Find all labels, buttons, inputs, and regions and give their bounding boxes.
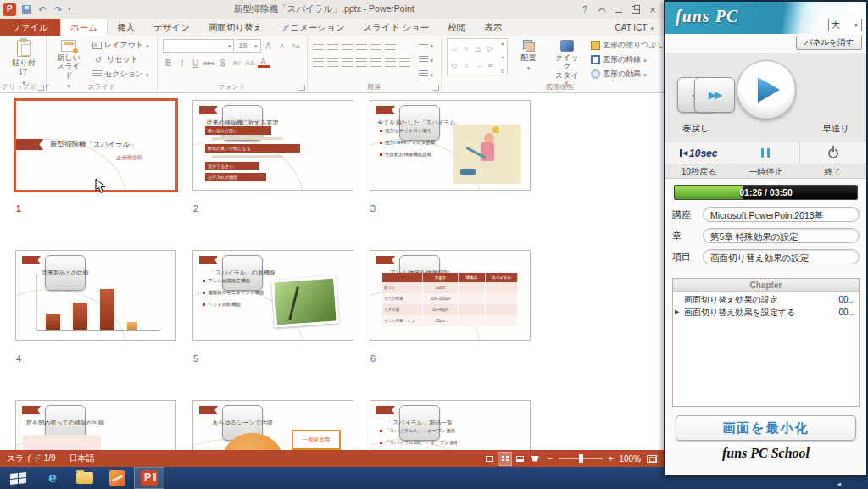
paragraph-icon[interactable]	[313, 42, 324, 51]
font-name-select[interactable]	[163, 39, 234, 53]
slide-thumbnail-2[interactable]: 従来の掃除機に対する要望吸い込みが悪い排気の臭いが気になる音がうるさいお手入れが…	[192, 100, 353, 191]
shape-glyph-icon[interactable]: △	[476, 45, 481, 53]
account-name[interactable]: CAT ICT	[615, 19, 664, 36]
clear-format-icon[interactable]	[290, 40, 302, 53]
paragraph-icon[interactable]	[399, 58, 410, 68]
font-color-icon[interactable]	[258, 58, 270, 68]
tab-校閲[interactable]: 校閲	[438, 19, 475, 36]
slide-sorter-view-icon[interactable]	[498, 453, 511, 465]
char-spacing-icon[interactable]	[231, 57, 242, 69]
tab-挿入[interactable]: 挿入	[108, 19, 144, 36]
qat-dropdown-icon[interactable]: ▾	[68, 6, 71, 13]
paragraph-icon[interactable]	[356, 58, 367, 68]
paragraph-icon[interactable]	[385, 42, 396, 51]
pause-button[interactable]	[732, 142, 798, 164]
zoom-slider-thumb[interactable]	[579, 454, 583, 463]
tab-ファイル[interactable]: ファイル	[0, 19, 60, 36]
chapter-row[interactable]: 画面切り替え効果の設定00...	[673, 293, 859, 306]
underline-icon[interactable]	[190, 57, 202, 69]
font-size-select[interactable]: 18	[236, 39, 261, 53]
paragraph-icon[interactable]	[356, 42, 367, 51]
minimize-screen-button[interactable]: 画面を最小化	[676, 415, 856, 441]
paragraph-icon[interactable]	[327, 42, 338, 51]
tab-ホーム[interactable]: ホーム	[60, 19, 108, 36]
app-taskbar-button[interactable]	[102, 467, 132, 489]
normal-view-icon[interactable]	[483, 453, 496, 465]
dialog-launcher-icon[interactable]	[38, 85, 44, 91]
tab-画面切り替え[interactable]: 画面切り替え	[199, 19, 272, 36]
strikethrough-icon[interactable]	[203, 57, 215, 69]
shape-glyph-icon[interactable]: ▷	[487, 45, 492, 53]
paragraph-icon[interactable]	[313, 58, 324, 68]
powerpoint-app-icon[interactable]	[3, 3, 16, 16]
hide-panel-button[interactable]: パネルを消す	[796, 36, 862, 50]
restore-icon[interactable]	[628, 3, 643, 16]
redo-icon[interactable]	[52, 3, 64, 16]
bold-icon[interactable]	[163, 57, 175, 69]
paragraph-icon[interactable]	[385, 58, 396, 68]
shapes-gallery[interactable]: □○△▷◇☆→∞ ▴▾≡	[447, 38, 507, 75]
shape-glyph-icon[interactable]: ◇	[452, 62, 457, 69]
paragraph-icon[interactable]	[342, 42, 353, 51]
paragraph-icon[interactable]	[370, 58, 381, 68]
zoom-level[interactable]: 100%	[619, 454, 641, 464]
paste-button[interactable]: 貼り付け	[7, 38, 41, 88]
zoom-out-icon[interactable]	[548, 454, 553, 464]
chapter-row[interactable]: 画面切り替え効果を設定する00...	[673, 306, 859, 319]
language-indicator[interactable]: 日本語	[70, 453, 95, 464]
save-icon[interactable]	[19, 3, 32, 16]
size-select[interactable]: 大	[828, 19, 862, 31]
zoom-in-icon[interactable]	[609, 454, 614, 464]
slide-thumbnail-6[interactable]: アレル物質を徹底抑制大きさ従来品スパイラル粉ゴミ20μmダニの死骸100~300…	[370, 250, 531, 341]
forward-button[interactable]	[694, 77, 735, 113]
minimize-icon[interactable]	[611, 3, 626, 16]
tab-スライド ショー[interactable]: スライド ショー	[353, 19, 438, 36]
gallery-scroll-icons[interactable]: ▴▾≡	[498, 39, 507, 75]
layout-button[interactable]: レイアウト	[90, 38, 152, 53]
italic-icon[interactable]	[176, 57, 188, 69]
shape-effects-button[interactable]: 図形の効果	[588, 67, 673, 81]
start-button[interactable]	[0, 467, 36, 489]
paragraph-icon[interactable]	[370, 42, 381, 51]
tab-アニメーション[interactable]: アニメーション	[271, 19, 353, 36]
ie-taskbar-button[interactable]	[37, 467, 68, 489]
slide-thumbnail-1[interactable]: 新型掃除機「スパイラル」企画開発部1	[15, 100, 176, 191]
help-icon[interactable]: ?	[577, 3, 593, 16]
ribbon-display-icon[interactable]	[594, 3, 609, 16]
paragraph-icon[interactable]	[327, 58, 338, 68]
increase-font-icon[interactable]	[263, 40, 275, 53]
slide-thumbnail-5[interactable]: 「スパイラル」の新機能アレル物質除去機能遠隔操作モニタリング機能ヘッド回転機能5	[192, 250, 353, 341]
powerpoint-taskbar-button[interactable]	[134, 467, 164, 489]
dialog-launcher-icon[interactable]	[299, 85, 305, 91]
change-case-icon[interactable]	[244, 57, 256, 69]
shape-outline-button[interactable]: 図形の枠線	[588, 53, 673, 67]
tab-表示[interactable]: 表示	[475, 19, 511, 36]
progress-bar[interactable]: 01:26 / 03:50	[674, 185, 858, 200]
slideshow-view-icon[interactable]	[529, 453, 542, 465]
slide-thumbnail-3[interactable]: 全てを満たした「スパイラル」強力なサイクロン吸引強力HEPAフィルタ搭載全自動お…	[370, 100, 531, 191]
slide-thumbnail-9[interactable]: 「スパイラル」製品一覧「スパイラルA」… オープン価格「スパイラルBS」… オー…	[370, 400, 531, 450]
zoom-slider[interactable]	[559, 458, 603, 459]
close-icon[interactable]	[645, 3, 660, 16]
shape-glyph-icon[interactable]: ☆	[464, 62, 470, 69]
text-shadow-icon[interactable]	[217, 57, 229, 69]
decrease-font-icon[interactable]	[276, 40, 288, 53]
power-button[interactable]	[799, 142, 866, 164]
tray-expand-icon[interactable]	[837, 480, 841, 488]
shape-glyph-icon[interactable]: □	[453, 45, 457, 53]
fit-window-icon[interactable]	[647, 455, 657, 463]
slide-thumbnail-7[interactable]: 窓を閉め切っての掃除が可能7	[15, 400, 176, 450]
reset-button[interactable]: リセット	[90, 53, 152, 67]
dialog-launcher-icon[interactable]	[433, 85, 439, 91]
slide-thumbnail-8[interactable]: あらゆるシーンで活躍一般家庭用8	[192, 400, 353, 450]
undo-icon[interactable]	[36, 3, 48, 16]
reading-view-icon[interactable]	[514, 453, 526, 465]
tab-デザイン[interactable]: デザイン	[144, 19, 199, 36]
shape-glyph-icon[interactable]: →	[475, 62, 481, 69]
text-direction-button[interactable]	[416, 38, 437, 53]
back-10sec-button[interactable]: 10sec	[665, 142, 732, 164]
shape-fill-button[interactable]: 図形の塗りつぶし	[588, 38, 673, 53]
convert-smartart-button[interactable]	[416, 67, 437, 81]
align-text-button[interactable]	[416, 53, 437, 67]
section-button[interactable]: セクション	[90, 67, 152, 81]
